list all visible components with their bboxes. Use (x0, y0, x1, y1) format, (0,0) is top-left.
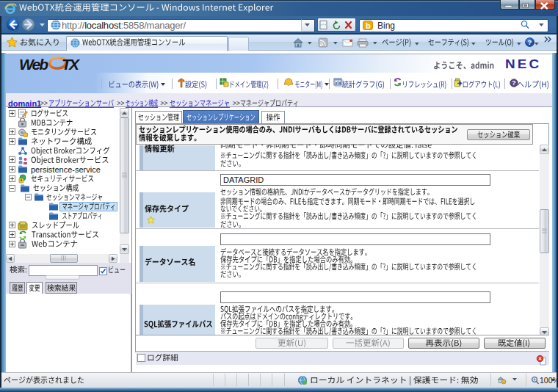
svg-text:Web: Web (19, 56, 48, 73)
svg-text:TX: TX (62, 56, 81, 73)
svg-text:b: b (366, 21, 371, 30)
svg-text:?: ? (512, 79, 515, 87)
svg-text:?: ? (527, 38, 532, 46)
